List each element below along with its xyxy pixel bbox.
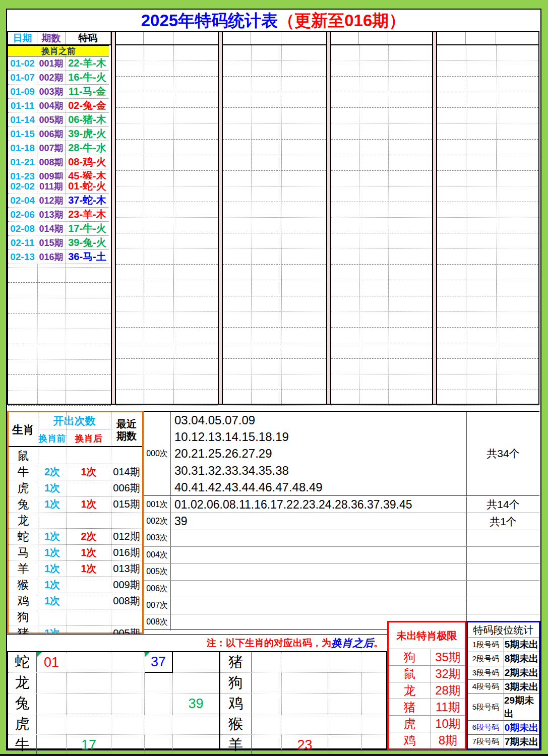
results-table: 日期 期数 特码 换肖之前 换肖之后 01-02 001期 22-羊-木 xyxy=(7,31,539,405)
empty-row xyxy=(331,328,432,343)
grid-empty-cell xyxy=(282,673,328,693)
empty-row xyxy=(116,296,218,312)
segment-value: 8期未出 xyxy=(504,652,539,666)
frequency-label: 005次 xyxy=(144,564,171,580)
result-period: 005期 xyxy=(37,113,66,127)
grid-empty-cell xyxy=(252,673,282,693)
empty-row xyxy=(437,343,538,359)
empty-row xyxy=(331,61,432,77)
grid-code-value: 39 xyxy=(188,696,203,712)
empty-row xyxy=(116,312,218,328)
empty-row xyxy=(437,202,538,218)
frequency-row: 002次 39 共1个 xyxy=(144,513,539,530)
empty-row xyxy=(116,390,218,406)
empty-row xyxy=(437,374,538,390)
limit-zodiac: 鸡 xyxy=(389,732,431,748)
grid-zodiac-name: 蛇 xyxy=(8,652,37,672)
empty-row xyxy=(8,391,111,406)
pink-separator xyxy=(432,32,437,404)
empty-row xyxy=(223,343,326,359)
grid-zodiac-name: 猴 xyxy=(220,714,252,734)
zodiac-name: 马 xyxy=(9,545,38,560)
result-period: 014期 xyxy=(37,222,66,235)
empty-row xyxy=(8,268,111,283)
segment-label: 6段号码 xyxy=(468,721,504,734)
segment-row: 4段号码 3期未出 xyxy=(468,680,539,694)
empty-row xyxy=(331,108,432,123)
frequency-zero-row: 000次 03.04.05.07.09 10.12.13.14.15.18.19… xyxy=(144,412,539,496)
zodiac-name: 鸡 xyxy=(9,593,38,609)
grid-empty-cell xyxy=(362,673,386,693)
grid-empty-cell xyxy=(252,714,282,734)
empty-row xyxy=(116,202,218,218)
recent-period: 016期 xyxy=(111,545,142,560)
frequency-label: 007次 xyxy=(144,597,171,613)
result-date: 02-06 xyxy=(8,208,37,221)
result-date: 01-14 xyxy=(8,113,37,127)
frequency-table: 000次 03.04.05.07.09 10.12.13.14.15.18.19… xyxy=(144,411,539,629)
result-row: 02-02 011期 01-蛇-火 xyxy=(8,179,109,194)
count-before: 1次 xyxy=(38,529,67,544)
result-date: 01-18 xyxy=(8,141,37,155)
recent-period xyxy=(111,448,142,464)
empty-row xyxy=(223,359,326,374)
grid-empty-cell xyxy=(173,714,219,734)
empty-row xyxy=(437,92,538,108)
note-highlight: 换肖之后 xyxy=(331,636,374,650)
grid-zodiac-name: 鸡 xyxy=(220,694,252,714)
empty-row xyxy=(116,186,218,202)
empty-row xyxy=(116,171,218,186)
zodiac-count-row: 蛇 1次 2次 012期 xyxy=(9,529,142,545)
grid-empty-cell xyxy=(362,652,386,672)
page-title: 2025年特码统计表（更新至016期） xyxy=(10,10,536,31)
empty-row xyxy=(116,123,218,139)
grid-empty-cell xyxy=(111,714,145,734)
count-before xyxy=(38,513,67,528)
recent-period xyxy=(111,513,142,528)
limit-periods: 8期 xyxy=(431,732,465,748)
header-blank xyxy=(437,32,466,44)
grid-code-value: 23 xyxy=(297,737,312,753)
grid-zodiac-name: 牛 xyxy=(8,735,37,755)
empty-row xyxy=(223,218,326,233)
segment-value: 29期未出 xyxy=(504,694,539,720)
result-code: 06-猪-木 xyxy=(66,113,109,127)
empty-grid-group3 xyxy=(331,45,432,406)
limit-row: 狗 35期 xyxy=(389,649,465,666)
empty-grid-group4 xyxy=(437,45,538,406)
frequency-label: 008次 xyxy=(144,614,171,631)
column-divider xyxy=(38,412,38,633)
page-title-update: （更新至016期） xyxy=(278,11,405,30)
empty-row xyxy=(223,45,326,61)
header-blank xyxy=(251,32,281,44)
empty-row xyxy=(223,108,326,123)
frequency-numbers xyxy=(171,547,466,563)
grid-zodiac-name: 虎 xyxy=(8,714,37,734)
segment-row: 1段号码 5期未出 xyxy=(468,638,539,652)
recent-period: 013期 xyxy=(111,561,142,577)
empty-row xyxy=(116,343,218,359)
limit-row: 虎 10期 xyxy=(389,716,465,732)
empty-row xyxy=(437,218,538,233)
zodiac-count-row: 马 1次 1次 016期 xyxy=(9,545,142,561)
code-grid-row: 猪 xyxy=(220,652,386,673)
result-row: 02-04 012期 37-蛇-木 xyxy=(8,194,109,208)
grid-zodiac-name: 猪 xyxy=(220,652,252,672)
result-period: 008期 xyxy=(37,155,66,169)
count-after xyxy=(67,593,111,609)
empty-row xyxy=(331,312,432,328)
frequency-total: 共1个 xyxy=(466,513,539,529)
frequency-zero-numbers: 03.04.05.07.09 10.12.13.14.15.18.19 20.2… xyxy=(171,412,466,495)
result-period: 015期 xyxy=(37,236,66,249)
empty-row xyxy=(116,218,218,233)
segment-value: 2期未出 xyxy=(504,666,539,680)
grid-empty-cell xyxy=(252,694,282,714)
grid-empty-cell xyxy=(282,714,328,734)
pink-separator xyxy=(326,32,331,404)
empty-row xyxy=(437,265,538,280)
empty-row xyxy=(437,249,538,265)
empty-row xyxy=(437,328,538,343)
header-count: 开出次数 xyxy=(38,412,111,429)
empty-row xyxy=(331,155,432,171)
result-period: 004期 xyxy=(37,99,66,112)
